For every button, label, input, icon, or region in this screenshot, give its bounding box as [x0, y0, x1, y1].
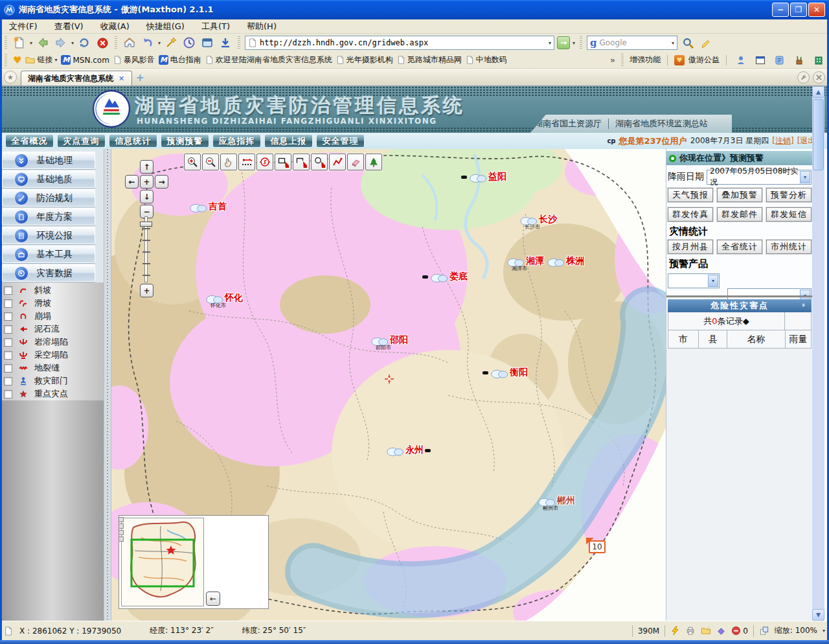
pen-cup-icon[interactable] [791, 52, 807, 68]
mass-fax-button[interactable]: 群发传真 [668, 207, 713, 222]
zoom-caret[interactable]: ▾ [823, 628, 825, 634]
nav-tab-emergency[interactable]: 应急指挥 [212, 134, 261, 148]
sidebar-section-disaster-data[interactable]: 灾害数据 [2, 264, 95, 282]
pan-center-button[interactable]: + [140, 175, 153, 189]
zoom-slider-plus-button[interactable]: + [140, 284, 153, 297]
scrollbar-thumb[interactable] [813, 99, 824, 170]
bookmarks-grip[interactable] [621, 54, 624, 67]
pan-down-button[interactable]: ↓ [140, 190, 153, 203]
bookmark-welcome-site[interactable]: 欢迎登陆湖南省地质灾害信息系统 [205, 54, 332, 65]
maxthon-charity-link[interactable]: 傲游公益 [688, 54, 720, 65]
nav-tab-forecast-warning[interactable]: 预测预警 [161, 134, 209, 148]
ground-fissure-checkbox[interactable] [4, 364, 12, 373]
city-marker-xiangtan[interactable]: 湘潭 湘潭市 [506, 255, 544, 267]
sidebar-section-annual-plan[interactable]: 年度方案 [2, 208, 95, 225]
bookmark-city-boutique[interactable]: 觅路城市精品网 [397, 54, 462, 65]
monthly-stats-button[interactable]: 按月州县 [668, 240, 713, 254]
circle-select-icon[interactable] [311, 154, 328, 170]
tab-active[interactable]: 湖南省地质灾害信息系统 ✕ [21, 71, 132, 86]
collapse-chevrons-icon[interactable]: » [801, 303, 807, 308]
bookmark-msn[interactable]: MMSN.com [61, 55, 109, 65]
rain-date-select[interactable]: 2007年05月05日08时实况 ▾ [707, 170, 812, 185]
new-page-icon[interactable] [12, 35, 27, 51]
overlay-warning-button[interactable]: 叠加预警 [717, 188, 762, 202]
bookmark-zhongdi[interactable]: 中地数码 [466, 54, 507, 65]
new-tab-icon[interactable]: + [136, 72, 144, 84]
menu-file[interactable]: 文件(F) [9, 21, 38, 32]
overview-mini-buttons[interactable] [119, 517, 124, 542]
bookmark-photo-studio[interactable]: 光年摄影机构 [336, 54, 393, 65]
home-icon[interactable] [122, 35, 137, 51]
city-marker-chenzhou[interactable]: 郴州 郴州市 [538, 495, 575, 507]
mass-email-button[interactable]: 群发邮件 [717, 207, 762, 222]
full-extent-tree-icon[interactable] [365, 154, 382, 170]
printer-icon[interactable] [685, 626, 696, 636]
city-marker-hengyang[interactable]: 衡阳 [483, 367, 528, 378]
overview-collapse-arrow[interactable]: ← [206, 592, 220, 606]
nav-tab-security[interactable]: 安全管理 [316, 134, 365, 148]
karst-collapse-checkbox[interactable] [4, 338, 12, 347]
sidebar-section-prevention-planning[interactable]: 防治规划 [2, 189, 95, 207]
minimize-button[interactable]: − [772, 3, 789, 17]
overview-map[interactable] [121, 518, 204, 606]
enhance-features-link[interactable]: 增强功能 [630, 54, 661, 65]
pan-up-button[interactable]: ↑ [140, 160, 153, 174]
danger-points-header[interactable]: 危险性灾害点 » [668, 299, 812, 312]
scale-icon[interactable] [256, 154, 273, 170]
toolbar-grip[interactable] [580, 36, 582, 49]
scroll-down-icon[interactable]: ▼ [812, 609, 824, 621]
go-caret[interactable]: ▾ [573, 40, 575, 46]
tab-bar-close-icon[interactable] [813, 71, 825, 84]
warning-analysis-button[interactable]: 预警分析 [766, 188, 812, 202]
notes-icon[interactable] [772, 52, 788, 68]
maxthon-charity-icon[interactable]: ♥ [674, 55, 685, 65]
city-marker-changsha[interactable]: 长沙 长沙市 [519, 214, 557, 225]
go-button[interactable]: → [557, 36, 570, 49]
city-marker-loudi[interactable]: 娄底 [422, 271, 468, 282]
bookmark-storm-player[interactable]: 暴风影音 [113, 54, 155, 65]
weather-forecast-button[interactable]: 天气预报 [668, 188, 713, 202]
history-clock-icon[interactable] [181, 35, 197, 51]
city-marker-zhuzhou[interactable]: 株洲 [547, 255, 584, 267]
city-marker-yongzhou[interactable]: 永州 [386, 444, 431, 456]
undo-caret[interactable]: ▾ [158, 40, 161, 46]
address-bar[interactable]: http://dzzh.hndh.gov.cn/gridweb.aspx ▾ [245, 36, 554, 50]
collapse-checkbox[interactable] [4, 312, 12, 321]
city-marker-jishou[interactable]: 吉首 [189, 201, 227, 213]
tab-close-icon[interactable]: ✕ [119, 75, 124, 83]
search-box[interactable]: g Google ▾ [587, 36, 677, 50]
logout-link[interactable]: [注销] [772, 135, 793, 146]
toolbar-grip[interactable] [238, 36, 240, 49]
magic-wand-icon[interactable] [163, 35, 179, 51]
stop-icon[interactable] [95, 35, 110, 51]
city-marker-shaoyang[interactable]: 邵阳 邵阳市 [370, 334, 408, 346]
page-scrollbar[interactable]: ▲ ▼ [812, 86, 824, 621]
pan-hand-icon[interactable] [220, 154, 237, 170]
search-engine-label[interactable]: Google [600, 38, 669, 47]
restore-button[interactable]: ❐ [790, 3, 807, 17]
resize-page-icon[interactable] [759, 626, 769, 636]
sidebar-section-basic-geography[interactable]: 基础地理 [2, 152, 95, 169]
url-text[interactable]: http://dzzh.hndh.gov.cn/gridweb.aspx [260, 38, 546, 47]
refresh-icon[interactable] [76, 35, 92, 51]
nav-tab-overview[interactable]: 全省概况 [5, 134, 54, 148]
rainfall-flag-marker[interactable]: 10 [586, 538, 606, 553]
menu-help[interactable]: 帮助(H) [247, 21, 277, 32]
org-link-land-resources[interactable]: 湖南省国土资源厅 [534, 118, 602, 130]
select-arrow-icon[interactable]: ▾ [708, 275, 718, 287]
landslide-checkbox[interactable] [4, 299, 12, 308]
select-arrow-icon[interactable]: ▾ [800, 171, 810, 183]
sidebar-section-basic-tools[interactable]: 基本工具 [2, 246, 95, 263]
city-marker-yiyang[interactable]: 益阳 [461, 171, 506, 183]
scroll-up-icon[interactable]: ▲ [812, 86, 824, 98]
city-stats-button[interactable]: 市州统计 [766, 240, 812, 254]
history-caret[interactable]: ▾ [71, 40, 74, 46]
clean-eraser-icon[interactable] [716, 626, 726, 636]
menu-favorites[interactable]: 收藏(A) [100, 21, 130, 32]
debris-flow-checkbox[interactable] [4, 325, 12, 334]
slope-checkbox[interactable] [4, 286, 12, 295]
rect-select-icon[interactable] [293, 154, 310, 170]
draw-line-icon[interactable] [329, 154, 346, 170]
undo-icon[interactable] [140, 35, 155, 51]
sidebar-section-environment-bulletin[interactable]: 环境公报 [2, 227, 95, 244]
